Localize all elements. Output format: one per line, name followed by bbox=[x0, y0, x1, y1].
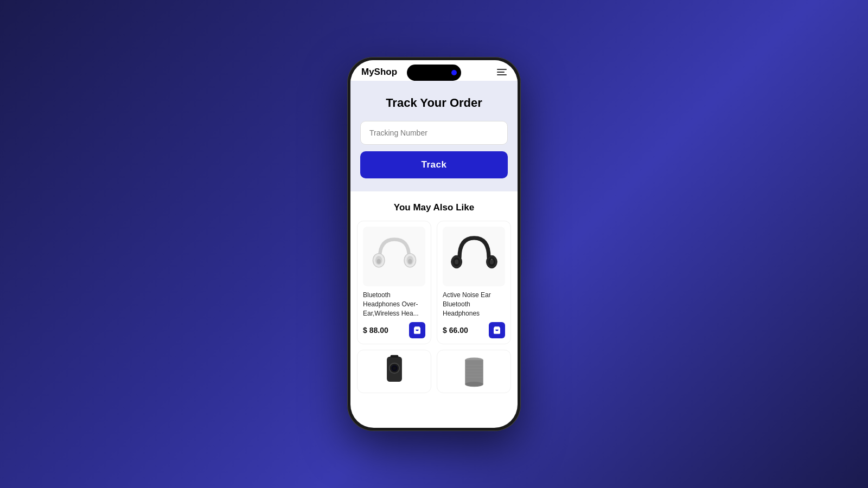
add-to-cart-1[interactable] bbox=[409, 322, 425, 338]
menu-button[interactable] bbox=[497, 69, 507, 75]
product-footer-2: $ 66.00 bbox=[443, 322, 505, 338]
partial-card-2[interactable] bbox=[437, 350, 511, 393]
dynamic-island bbox=[407, 65, 461, 81]
scroll-content[interactable]: Track Your Order Track You May Also Like bbox=[350, 81, 518, 428]
track-section: Track Your Order Track bbox=[350, 81, 518, 191]
speaker-product-icon bbox=[458, 354, 490, 389]
app-title: MyShop bbox=[361, 67, 397, 78]
white-headphone-icon bbox=[370, 232, 419, 281]
partial-card-1[interactable] bbox=[357, 350, 431, 393]
partial-products-row bbox=[357, 350, 511, 393]
add-to-cart-2[interactable] bbox=[489, 322, 505, 338]
svg-point-18 bbox=[393, 367, 396, 370]
cart-icon-2 bbox=[493, 326, 501, 335]
track-button[interactable]: Track bbox=[360, 151, 508, 178]
products-title: You May Also Like bbox=[357, 202, 511, 213]
product-price-2: $ 66.00 bbox=[443, 326, 468, 335]
phone-frame: MyShop Track Your Order Track You May Al… bbox=[347, 57, 521, 431]
products-grid: Bluetooth Headphones Over-Ear,Wireless H… bbox=[357, 221, 511, 344]
products-section: You May Also Like bbox=[350, 191, 518, 400]
tracking-input[interactable] bbox=[360, 121, 508, 145]
menu-line-1 bbox=[497, 69, 507, 70]
black-headphone-icon bbox=[450, 232, 499, 281]
svg-point-2 bbox=[376, 259, 380, 264]
product-image-1 bbox=[363, 227, 425, 286]
product-card-2[interactable]: Active Noise Ear Bluetooth Headphones $ … bbox=[437, 221, 511, 344]
product-price-1: $ 88.00 bbox=[363, 326, 388, 335]
cart-icon-1 bbox=[413, 326, 422, 335]
camera-dot bbox=[451, 70, 457, 75]
svg-rect-19 bbox=[390, 355, 398, 358]
product-footer-1: $ 88.00 bbox=[363, 322, 425, 338]
product-card-1[interactable]: Bluetooth Headphones Over-Ear,Wireless H… bbox=[357, 221, 431, 344]
status-bar: MyShop bbox=[350, 60, 518, 81]
product-name-1: Bluetooth Headphones Over-Ear,Wireless H… bbox=[363, 291, 425, 318]
svg-point-9 bbox=[455, 259, 458, 264]
phone-screen: MyShop Track Your Order Track You May Al… bbox=[350, 60, 518, 428]
product-name-2: Active Noise Ear Bluetooth Headphones bbox=[443, 291, 505, 318]
track-title: Track Your Order bbox=[360, 96, 508, 110]
camera-product-icon bbox=[378, 354, 411, 389]
product-image-2 bbox=[443, 227, 505, 286]
svg-point-14 bbox=[491, 259, 493, 260]
svg-point-5 bbox=[408, 259, 412, 264]
menu-line-3 bbox=[497, 74, 507, 75]
svg-point-22 bbox=[465, 382, 483, 387]
menu-line-2 bbox=[497, 72, 505, 73]
svg-rect-21 bbox=[465, 360, 483, 384]
